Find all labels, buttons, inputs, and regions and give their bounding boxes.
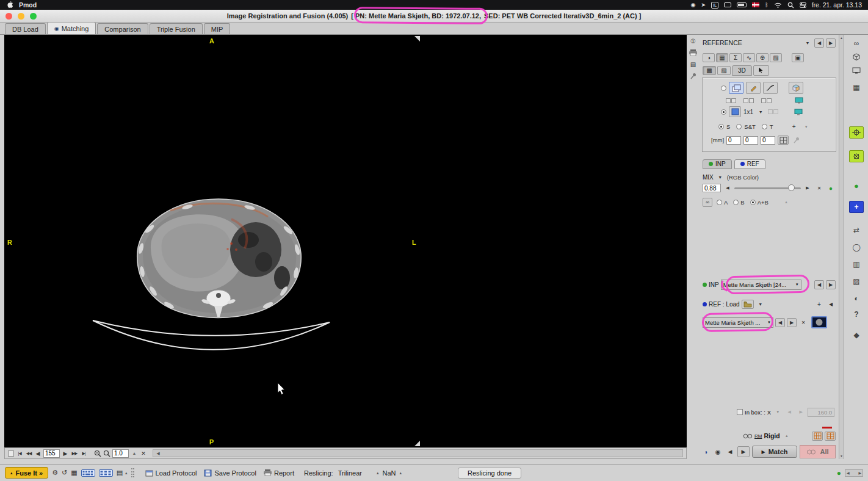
input-language-badge[interactable]: IL [711,2,718,9]
apple-menu-icon[interactable] [6,1,13,10]
sidebar-scrollbar[interactable]: ▲ ▼ [839,35,844,459]
scrollbar-down-icon[interactable]: ▼ [840,454,843,458]
reset-view-button[interactable]: ✕ [140,449,147,457]
layout-dropdown-icon[interactable]: ▼ [756,107,765,117]
ref-series-prev-button[interactable]: ◀ [775,318,785,327]
view-mode-icon[interactable]: ◑ [703,53,715,62]
inp-prev-button[interactable]: ◀ [814,280,824,289]
prev-slice-button[interactable]: ◀ [34,449,42,457]
mix-ok-icon[interactable]: ● [826,184,836,193]
tab-mip[interactable]: MIP [204,23,231,34]
panel-next-button[interactable]: ▶ [826,38,836,48]
auto-align-icon[interactable] [849,126,864,139]
zoom-icon[interactable] [103,449,110,457]
rm-label[interactable]: RM [754,433,762,439]
link-views-icon[interactable]: ∞ [849,37,864,49]
monitor-teal-icon[interactable] [795,97,803,104]
single-view-button[interactable] [729,106,741,117]
grid-layout-icon-1[interactable] [812,432,823,441]
tab-ref[interactable]: REF [734,159,765,169]
match-all-button[interactable]: All [800,445,836,458]
reslicing-value[interactable]: Trilinear [338,469,362,477]
grid-view-icon[interactable]: ▦ [71,469,77,477]
texture-tool-icon[interactable]: ▨ [770,53,782,62]
nan-dropup-icon[interactable]: ▴ [400,471,402,476]
brush-tool-button[interactable] [746,82,761,94]
stacked-layers-button[interactable] [729,82,743,94]
corner-scrollbar[interactable]: ◀▶ [845,469,863,477]
transport-icon[interactable]: ◆ [849,329,864,341]
match-button[interactable]: ▶Match [752,446,797,458]
blend-b-radio[interactable] [733,200,739,205]
roi-tool-icon[interactable]: ⊕ [756,53,769,62]
ref-load-dropdown-icon[interactable]: ▼ [756,300,765,309]
report-button[interactable]: Report [264,469,294,477]
next-fast-button[interactable]: ▶▶ [71,449,78,457]
panel-prev-button[interactable]: ◀ [814,38,824,48]
pin-icon[interactable] [689,71,698,81]
chart-tool-icon[interactable]: ▥ [849,258,864,270]
panel-dropdown-icon[interactable]: ▼ [803,38,812,48]
reslicing-dropup-icon[interactable]: ▴ [377,471,379,476]
undo-icon[interactable]: ↺ [62,469,67,477]
layout-grid-icon[interactable]: ▦ [849,81,864,93]
keyboard-icon[interactable] [81,469,95,477]
in-box-axis-dropdown-icon[interactable]: ▾ [773,408,783,417]
control-center-icon[interactable] [800,2,806,8]
monitor-teal-icon-2[interactable] [794,109,803,115]
keypad-icon[interactable] [99,469,113,477]
planes-layout-icon[interactable]: ▩ [703,66,716,75]
menubar-clock[interactable]: fre. 21. apr. 13.13 [812,1,862,9]
curve-tool-icon[interactable]: ∿ [743,53,755,62]
image-tool-icon[interactable]: ▣ [792,53,804,62]
menubar-app-name[interactable]: Pmod [19,1,37,9]
help-icon[interactable]: ? [849,308,864,320]
reslice-cube-icon[interactable] [849,51,864,63]
step-down-icon[interactable]: ▾ [801,122,811,131]
swap-tool-icon[interactable]: ⇄ [849,224,864,236]
link-blend-icon[interactable]: ∞ [703,198,712,207]
mm-z-input[interactable] [761,136,775,145]
wifi-icon[interactable] [774,2,782,8]
mm-x-input[interactable] [726,136,741,145]
corner-scroll-right-icon[interactable]: ▶ [858,471,861,475]
tab-matching[interactable]: ◉Matching [47,22,96,34]
nan-setting[interactable]: NaN [383,469,396,477]
capture-display-icon[interactable] [849,64,864,76]
prev-fast-button[interactable]: ◀◀ [25,449,32,457]
fuse-it-button[interactable]: ▴Fuse It » [5,467,48,479]
tab-triple-fusion[interactable]: Triple Fusion [150,23,203,34]
tab-inp[interactable]: INP [703,159,732,169]
first-slice-button[interactable]: |◀ [16,449,23,457]
radio-t[interactable] [762,124,767,129]
grid-up-icon[interactable]: ▤▴ [117,469,128,477]
step-plus-icon[interactable]: + [789,122,799,131]
layers-icon[interactable]: ▤ [689,60,698,69]
load-protocol-button[interactable]: Load Protocol [145,469,197,477]
mix-slider-knob[interactable] [788,184,795,191]
contrast-tool-icon[interactable]: ◐ [849,292,864,305]
clone-view-icon[interactable]: ① [689,37,698,46]
last-slice-button[interactable]: ▶| [80,449,87,457]
spotlight-icon[interactable] [787,2,794,9]
mix-reset-icon[interactable]: ✕ [814,184,824,193]
layout-preset-2-icon[interactable] [743,98,754,103]
auto-align-secondary-icon[interactable] [849,150,864,162]
mix-dropdown-icon[interactable]: ▼ [715,173,725,182]
zoom-out-icon[interactable] [94,449,101,457]
fusion-thumbnail-button[interactable] [811,316,827,328]
print-icon[interactable] [689,48,698,57]
radio-s[interactable] [718,124,724,129]
scroll-left-icon[interactable]: ◀ [154,449,162,457]
axes-grid-icon[interactable] [778,136,789,145]
tab-comparison[interactable]: Comparison [97,23,148,34]
curve-display-button[interactable] [763,82,778,94]
histogram-tool-icon[interactable]: ▨ [849,275,864,288]
display-icon[interactable] [724,2,731,8]
rigid-dropup-icon[interactable]: ▴ [782,432,792,441]
oblique-layout-icon[interactable]: ▨ [717,66,731,75]
zoom-factor-input[interactable] [112,449,129,458]
tab-db-load[interactable]: DB Load [5,23,46,34]
ref-add-icon[interactable]: + [814,300,824,309]
inp-series-dropdown[interactable]: Mette Maria Skjøth [24...▼ [721,280,801,290]
